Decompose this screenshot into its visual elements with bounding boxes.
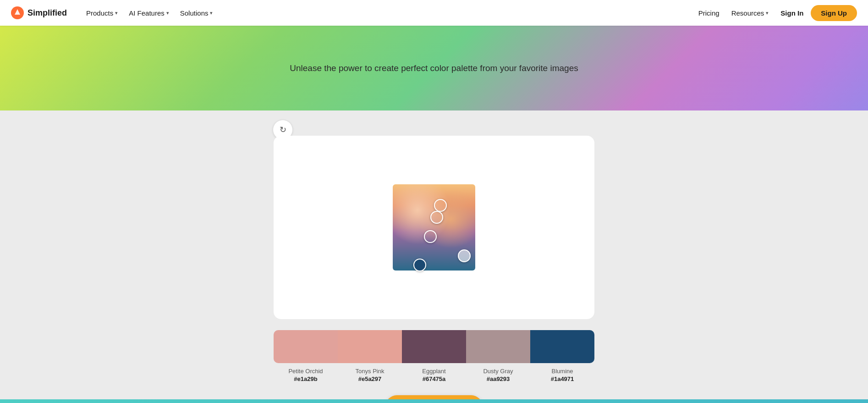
hero-banner: Unlease the power to create perfect colo…: [0, 26, 868, 110]
solutions-chevron-icon: ▾: [210, 10, 213, 16]
color-name-1: Tonys Pink: [338, 368, 402, 375]
refresh-icon: ↻: [280, 125, 286, 135]
palette-label-0: Petite Orchid #e1a29b: [274, 368, 338, 382]
image-preview-wrapper: [393, 184, 475, 271]
logo-icon: [11, 6, 24, 19]
palette-label-3: Dusty Gray #aa9293: [466, 368, 530, 382]
palette-label-2: Eggplant #67475a: [402, 368, 466, 382]
pricing-label: Pricing: [698, 9, 720, 17]
ai-features-menu[interactable]: AI Features ▾: [124, 6, 174, 20]
nav-right: Pricing Resources ▾ Sign In Sign Up: [698, 5, 857, 21]
color-picker-dot-5[interactable]: [413, 259, 426, 271]
nav-right-links: Pricing Resources ▾: [698, 6, 774, 20]
palette-label-1: Tonys Pink #e5a297: [338, 368, 402, 382]
products-chevron-icon: ▾: [115, 10, 118, 16]
color-hex-1: #e5a297: [338, 375, 402, 382]
color-name-4: Blumine: [530, 368, 594, 375]
color-hex-2: #67475a: [402, 375, 466, 382]
swatch-0[interactable]: [274, 330, 338, 363]
color-picker-dot-1[interactable]: [434, 199, 447, 212]
hero-tagline: Unlease the power to create perfect colo…: [290, 63, 578, 73]
palette-section: Petite Orchid #e1a29b Tonys Pink #e5a297…: [274, 330, 594, 382]
ai-features-label: AI Features: [129, 9, 165, 17]
nav-links: Products ▾ AI Features ▾ Solutions ▾: [82, 6, 217, 20]
main-content: ↻ Petite Orchid #e1a29b: [0, 110, 868, 403]
color-hex-0: #e1a29b: [274, 375, 338, 382]
pricing-link[interactable]: Pricing: [698, 9, 720, 17]
palette-labels: Petite Orchid #e1a29b Tonys Pink #e5a297…: [274, 368, 594, 382]
color-name-0: Petite Orchid: [274, 368, 338, 375]
color-name-3: Dusty Gray: [466, 368, 530, 375]
color-picker-dot-4[interactable]: [458, 249, 471, 262]
palette-swatches: [274, 330, 594, 363]
image-card: [274, 136, 594, 319]
logo-link[interactable]: Simplified: [11, 6, 67, 19]
sign-in-button[interactable]: Sign In: [780, 9, 803, 17]
bottom-bar: [0, 399, 868, 403]
swatch-2[interactable]: [402, 330, 466, 363]
brand-name: Simplified: [27, 8, 67, 18]
navigation: Simplified Products ▾ AI Features ▾ Solu…: [0, 0, 868, 26]
solutions-menu[interactable]: Solutions ▾: [176, 6, 218, 20]
resources-menu[interactable]: Resources ▾: [727, 6, 774, 20]
resources-label: Resources: [731, 9, 764, 17]
color-picker-dot-2[interactable]: [430, 211, 443, 224]
ai-features-chevron-icon: ▾: [166, 10, 169, 16]
swatch-4[interactable]: [530, 330, 594, 363]
color-hex-4: #1a4971: [530, 375, 594, 382]
swatch-1[interactable]: [338, 330, 402, 363]
color-picker-dot-3[interactable]: [424, 230, 437, 243]
swatch-3[interactable]: [466, 330, 530, 363]
palette-label-4: Blumine #1a4971: [530, 368, 594, 382]
sign-up-button[interactable]: Sign Up: [811, 5, 857, 21]
products-menu[interactable]: Products ▾: [82, 6, 122, 20]
color-name-2: Eggplant: [402, 368, 466, 375]
products-label: Products: [86, 9, 113, 17]
resources-chevron-icon: ▾: [766, 10, 769, 16]
solutions-label: Solutions: [180, 9, 209, 17]
color-hex-3: #aa9293: [466, 375, 530, 382]
